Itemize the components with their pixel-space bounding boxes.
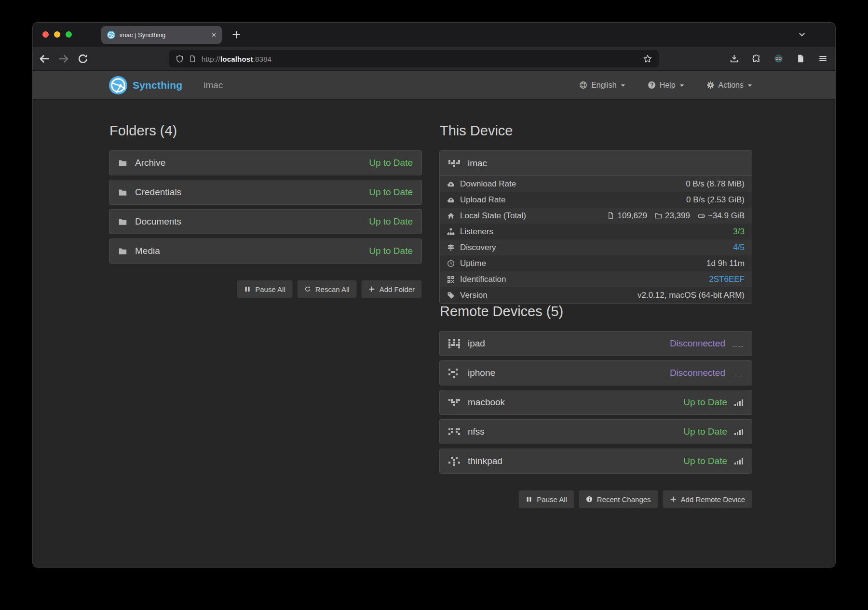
row-value: 109,62923,399~34.9 GiB	[607, 211, 745, 221]
browser-window: imac | Syncthing × http://localhost:8384	[33, 23, 835, 567]
menu-actions[interactable]: Actions	[706, 81, 752, 90]
rescan-all-button[interactable]: Rescan All	[297, 280, 357, 298]
folder-name: Media	[135, 246, 160, 256]
value-text: 3/3	[733, 227, 745, 237]
syncthing-navbar: Syncthing imac EnglishHelpActions	[33, 71, 835, 100]
signal-strength-icon	[734, 399, 743, 406]
page-info-icon[interactable]	[189, 55, 196, 63]
row-discovery: Discovery4/5	[440, 239, 752, 255]
plus-icon	[368, 286, 375, 292]
globe-icon	[579, 81, 587, 89]
back-button[interactable]	[39, 53, 50, 65]
this-device-header[interactable]: imac	[440, 151, 752, 176]
refresh-icon	[304, 286, 311, 292]
folder-row-documents[interactable]: DocumentsUp to Date	[109, 209, 422, 234]
folder-row-archive[interactable]: ArchiveUp to Date	[109, 150, 422, 175]
device-row-macbook[interactable]: macbookUp to Date	[439, 390, 752, 415]
row-version: Versionv2.0.12, macOS (64-bit ARM)	[440, 287, 752, 303]
add-folder-button[interactable]: Add Folder	[361, 280, 422, 298]
bookmark-star-icon[interactable]	[643, 54, 652, 63]
row-identification: Identification2ST6EEF	[440, 271, 752, 287]
menu-hamburger-icon[interactable]	[818, 54, 827, 63]
value-text: v2.0.12, macOS (64-bit ARM)	[637, 291, 745, 300]
reader-page-icon[interactable]	[796, 54, 805, 63]
row-listeners: Listeners3/3	[440, 224, 752, 239]
caret-down-icon	[679, 84, 684, 87]
button-label: Pause All	[255, 285, 285, 293]
forward-button[interactable]	[58, 53, 69, 65]
new-tab-button[interactable]	[231, 30, 241, 40]
row-label: Local State (Total)	[447, 211, 526, 221]
folder-row-media[interactable]: MediaUp to Date	[109, 239, 422, 264]
device-status-text: Disconnected	[670, 338, 725, 349]
plus-icon	[670, 496, 677, 503]
add-remote-device-button[interactable]: Add Remote Device	[663, 490, 752, 508]
syncthing-page: Syncthing imac EnglishHelpActions Folder…	[33, 71, 835, 567]
row-value: v2.0.12, macOS (64-bit ARM)	[637, 291, 745, 300]
device-row-nfss[interactable]: nfssUp to Date	[439, 419, 752, 444]
value-part: ~34.9 GiB	[698, 211, 745, 221]
this-device-name: imac	[468, 158, 487, 169]
tab-list-chevron-icon[interactable]	[798, 30, 806, 39]
device-identicon	[448, 457, 460, 466]
tab-close-icon[interactable]: ×	[211, 31, 217, 39]
tag-icon	[447, 292, 455, 299]
pause-all-button[interactable]: Pause All	[237, 280, 293, 298]
button-label: Pause All	[537, 495, 567, 504]
device-identicon	[448, 428, 460, 435]
button-label: Rescan All	[315, 285, 350, 293]
device-row-ipad[interactable]: ipadDisconnected	[439, 331, 752, 356]
downloads-icon[interactable]	[730, 54, 739, 63]
home-icon	[447, 212, 455, 220]
folder-name: Archive	[135, 158, 165, 168]
device-status-text: Up to Date	[683, 456, 727, 466]
device-row-thinkpad[interactable]: thinkpadUp to Date	[439, 449, 752, 474]
menu-english[interactable]: English	[579, 81, 625, 90]
cloud-download-icon	[447, 180, 455, 188]
zoom-window-button[interactable]	[66, 31, 72, 38]
menu-label: Actions	[719, 81, 744, 90]
caret-down-icon	[747, 84, 752, 87]
signpost-icon	[447, 244, 455, 252]
recent-changes-button[interactable]: Recent Changes	[579, 490, 658, 508]
minimize-window-button[interactable]	[54, 31, 60, 38]
tab-title: imac | Syncthing	[120, 31, 206, 39]
button-label: Recent Changes	[597, 495, 651, 504]
row-label-text: Discovery	[460, 243, 496, 252]
folder-name: Credentials	[135, 187, 181, 198]
shield-icon[interactable]	[176, 55, 184, 63]
close-window-button[interactable]	[42, 31, 49, 38]
folder-icon	[118, 159, 127, 168]
folder-open-icon	[655, 212, 662, 219]
reload-button[interactable]	[77, 53, 89, 65]
folders-column: Folders (4) ArchiveUp to DateCredentials…	[109, 123, 422, 508]
browser-tab[interactable]: imac | Syncthing ×	[101, 26, 222, 44]
row-label: Upload Rate	[447, 195, 506, 205]
value-text: 4/5	[733, 243, 745, 252]
folder-row-credentials[interactable]: CredentialsUp to Date	[109, 180, 422, 205]
signal-strength-icon	[734, 458, 743, 464]
row-label-text: Uptime	[460, 259, 486, 268]
row-label: Version	[447, 291, 488, 300]
qrcode-icon	[447, 276, 455, 283]
pause-all-button[interactable]: Pause All	[518, 490, 574, 508]
address-bar[interactable]: http://localhost:8384	[169, 50, 659, 67]
row-label: Uptime	[447, 259, 486, 268]
extension-monkey-icon[interactable]	[774, 54, 783, 63]
value-text: 1d 9h 11m	[706, 259, 745, 268]
question-circle-icon	[648, 81, 656, 89]
row-label: Listeners	[447, 227, 493, 237]
device-identicon	[448, 399, 460, 406]
extensions-puzzle-icon[interactable]	[752, 54, 761, 63]
menu-help[interactable]: Help	[648, 81, 684, 90]
row-value: 1d 9h 11m	[706, 259, 745, 268]
folder-status: Up to Date	[369, 187, 413, 198]
folder-icon	[118, 247, 127, 256]
identification-link[interactable]: 2ST6EEF	[709, 275, 745, 284]
device-row-iphone[interactable]: iphoneDisconnected	[439, 360, 752, 385]
syncthing-logo-icon	[109, 76, 127, 94]
device-name: ipad	[468, 338, 485, 349]
signal-strength-icon	[732, 370, 743, 376]
row-label: Download Rate	[447, 179, 516, 189]
device-status: Up to Date	[683, 456, 743, 466]
